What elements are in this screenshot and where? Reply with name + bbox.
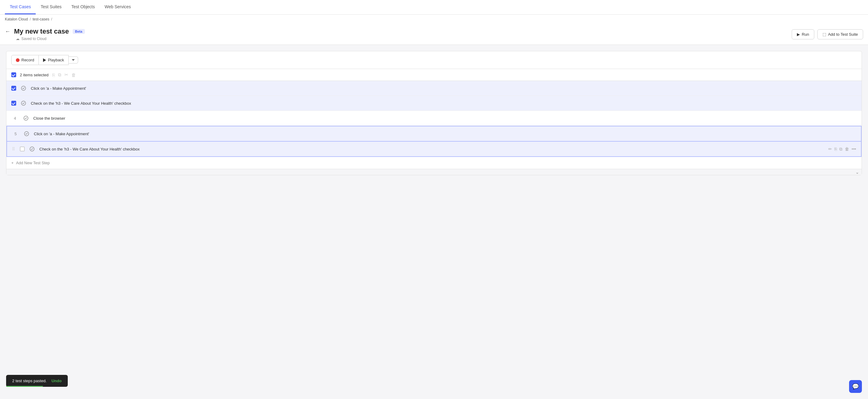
step-type-icon-5 bbox=[23, 130, 30, 137]
step-text-4: Close the browser bbox=[33, 116, 857, 121]
selection-bar: 2 items selected ⎘ ⧉ ✂ 🗑 bbox=[6, 69, 862, 81]
record-label: Record bbox=[21, 58, 34, 62]
top-nav: Test Cases Test Suites Test Objects Web … bbox=[0, 0, 868, 14]
table-row: ⠿ Check on the 'h3 - We Care About Your … bbox=[6, 142, 862, 157]
step-text-2: Check on the 'h3 - We Care About Your He… bbox=[31, 101, 857, 105]
add-test-step-row[interactable]: + Add New Test Step bbox=[6, 157, 862, 169]
page-title: My new test case bbox=[14, 28, 69, 35]
select-all-checkbox[interactable] bbox=[11, 72, 16, 77]
play-icon bbox=[43, 58, 46, 62]
step-type-icon-6 bbox=[28, 145, 36, 153]
nav-test-suites[interactable]: Test Suites bbox=[36, 0, 66, 14]
breadcrumb: Katalon Cloud / test-cases / bbox=[0, 14, 868, 24]
step-number-4: 4 bbox=[11, 116, 19, 121]
back-button[interactable]: ← bbox=[5, 28, 10, 35]
run-icon: ▶ bbox=[797, 32, 800, 37]
step-text-1: Click on 'a - Make Appointment' bbox=[31, 86, 857, 91]
chevron-down-icon bbox=[72, 59, 75, 61]
step-type-icon-1 bbox=[20, 85, 27, 92]
table-row: 5 Click on 'a - Make Appointment' bbox=[6, 126, 862, 142]
copy-step-icon[interactable]: ⎘ bbox=[834, 147, 837, 151]
run-button[interactable]: ▶ Run bbox=[792, 29, 814, 39]
playback-label: Playback bbox=[48, 58, 64, 62]
paste-step-icon[interactable]: ⧉ bbox=[839, 147, 842, 152]
add-to-suite-button[interactable]: ⬚ Add to Test Suite bbox=[817, 29, 863, 39]
edit-icon[interactable]: ✏ bbox=[828, 147, 832, 151]
steps-container: 2 items selected ⎘ ⧉ ✂ 🗑 Click on 'a - M… bbox=[6, 69, 862, 175]
step-type-icon-4 bbox=[22, 115, 30, 122]
nav-test-objects[interactable]: Test Objects bbox=[66, 0, 100, 14]
scrollbar-area[interactable]: ⌄ bbox=[6, 169, 862, 175]
cut-icon[interactable]: ✂ bbox=[64, 72, 68, 78]
step-type-icon-2 bbox=[20, 99, 27, 107]
add-suite-icon: ⬚ bbox=[823, 32, 826, 37]
run-label: Run bbox=[802, 32, 809, 37]
title-row: ← My new test case Beta bbox=[5, 28, 85, 35]
add-suite-label: Add to Test Suite bbox=[828, 32, 858, 37]
breadcrumb-test-cases[interactable]: test-cases bbox=[33, 17, 50, 21]
delete-step-icon[interactable]: 🗑 bbox=[845, 147, 849, 151]
action-icons: ⎘ ⧉ ✂ 🗑 bbox=[52, 72, 76, 78]
more-icon[interactable]: ••• bbox=[851, 147, 856, 151]
chevron-down-scroll-icon[interactable]: ⌄ bbox=[856, 170, 859, 175]
delete-icon[interactable]: 🗑 bbox=[71, 72, 76, 78]
saved-cloud: ☁ Saved to Cloud bbox=[16, 37, 85, 41]
dropdown-button[interactable] bbox=[69, 57, 78, 63]
cloud-icon: ☁ bbox=[16, 37, 20, 41]
step-checkbox-6[interactable] bbox=[20, 147, 25, 151]
selection-count: 2 items selected bbox=[20, 73, 49, 77]
step-checkbox-1[interactable] bbox=[11, 86, 16, 91]
record-button[interactable]: Record bbox=[11, 55, 39, 65]
header-left: ← My new test case Beta ☁ Saved to Cloud bbox=[5, 28, 85, 41]
add-step-label: Add New Test Step bbox=[16, 160, 50, 165]
add-step-icon: + bbox=[11, 160, 14, 165]
record-icon bbox=[16, 58, 20, 62]
drag-handle-icon[interactable]: ⠿ bbox=[12, 147, 15, 151]
step-text-6: Check on the 'h3 - We Care About Your He… bbox=[39, 147, 825, 151]
step-checkbox-2[interactable] bbox=[11, 101, 16, 105]
table-row: 4 Close the browser bbox=[6, 111, 862, 126]
nav-test-cases[interactable]: Test Cases bbox=[5, 0, 36, 14]
copy-icon[interactable]: ⎘ bbox=[52, 72, 55, 78]
toolbar: Record Playback bbox=[6, 51, 862, 69]
beta-badge: Beta bbox=[73, 29, 85, 34]
page-header: ← My new test case Beta ☁ Saved to Cloud… bbox=[0, 24, 868, 45]
step-text-5: Click on 'a - Make Appointment' bbox=[34, 131, 856, 136]
breadcrumb-katalon[interactable]: Katalon Cloud bbox=[5, 17, 28, 21]
step-number-5: 5 bbox=[12, 131, 19, 136]
table-row: Click on 'a - Make Appointment' bbox=[6, 81, 862, 96]
saved-text: Saved to Cloud bbox=[21, 37, 46, 41]
paste-icon[interactable]: ⧉ bbox=[58, 72, 61, 78]
main-content: Record Playback 2 items selected ⎘ ⧉ ✂ 🗑 bbox=[0, 45, 868, 181]
step-row-actions: ✏ ⎘ ⧉ 🗑 ••• bbox=[828, 147, 856, 152]
playback-button[interactable]: Playback bbox=[39, 55, 69, 65]
nav-web-services[interactable]: Web Services bbox=[100, 0, 136, 14]
table-row: Check on the 'h3 - We Care About Your He… bbox=[6, 96, 862, 111]
header-right: ▶ Run ⬚ Add to Test Suite bbox=[792, 29, 863, 39]
